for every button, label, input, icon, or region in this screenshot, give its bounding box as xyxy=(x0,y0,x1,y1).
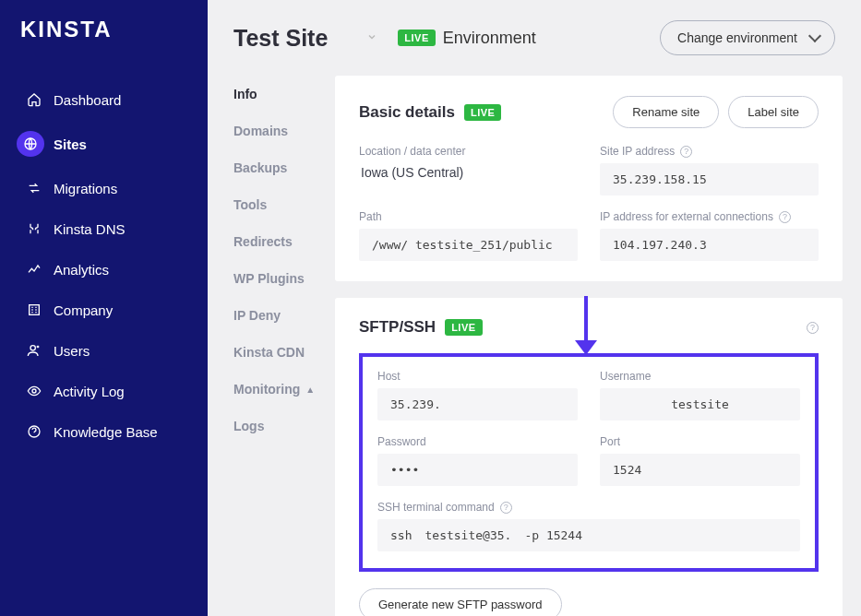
username-value: testsite xyxy=(600,388,800,421)
site-ip-label: Site IP address xyxy=(600,145,819,158)
subnav-kinsta-cdn[interactable]: Kinsta CDN xyxy=(233,334,335,371)
sftp-title: SFTP/SSH xyxy=(359,318,436,337)
external-ip-value: 104.197.240.3 xyxy=(600,229,819,261)
site-ip-value: 35.239.158.15 xyxy=(600,163,819,195)
analytics-icon xyxy=(20,260,48,278)
brand-logo: KINSTA xyxy=(0,17,208,79)
nav-analytics[interactable]: Analytics xyxy=(0,249,208,290)
subnav-domains[interactable]: Domains xyxy=(233,113,335,149)
users-icon xyxy=(20,341,48,360)
nav-label: Kinsta DNS xyxy=(54,221,126,237)
help-icon[interactable] xyxy=(680,146,692,158)
subnav-redirects[interactable]: Redirects xyxy=(233,223,335,260)
live-badge: LIVE xyxy=(445,319,482,336)
ssh-cmd-user-host: testsite@35. xyxy=(425,528,511,542)
subnav-backups[interactable]: Backups xyxy=(233,149,335,186)
change-environment-button[interactable]: Change environment xyxy=(660,20,835,55)
nav-label: Migrations xyxy=(54,181,117,196)
ssh-command-label: SSH terminal command xyxy=(377,501,800,514)
external-ip-label: IP address for external connections xyxy=(600,210,819,223)
subnav-monitoring-label: Monitoring xyxy=(233,382,300,397)
svg-point-2 xyxy=(30,346,35,350)
field-path: Path /www/ testsite_251/public xyxy=(359,210,578,261)
path-value: /www/ testsite_251/public xyxy=(359,229,578,261)
nav-company[interactable]: Company xyxy=(0,290,208,330)
site-title: Test Site xyxy=(233,25,328,52)
subnav-ip-deny[interactable]: IP Deny xyxy=(233,297,335,334)
nav-activity-log[interactable]: Activity Log xyxy=(0,371,208,411)
field-location: Location / data center Iowa (US Central) xyxy=(359,145,578,195)
nav-dashboard[interactable]: Dashboard xyxy=(0,79,208,120)
field-port: Port 1524 xyxy=(600,435,800,486)
chevron-down-icon[interactable] xyxy=(366,30,377,46)
eye-icon xyxy=(20,382,48,400)
main-area: Test Site LIVE Environment Change enviro… xyxy=(208,0,861,616)
main-nav: Dashboard Sites Migrations Kinsta DNS An xyxy=(0,79,208,452)
field-ssh-command: SSH terminal command ssh testsite@35. -p… xyxy=(377,501,800,551)
page-body: Info Domains Backups Tools Redirects WP … xyxy=(208,65,861,616)
environment-label: Environment xyxy=(443,29,536,48)
help-icon[interactable] xyxy=(779,211,791,223)
help-icon[interactable] xyxy=(807,322,819,334)
main-sidebar: KINSTA Dashboard Sites Migrations Kinsta… xyxy=(0,0,208,616)
host-label: Host xyxy=(377,370,578,383)
subnav-monitoring[interactable]: Monitoring ▲ xyxy=(233,371,335,408)
svg-rect-1 xyxy=(30,305,40,315)
nav-label: Company xyxy=(54,302,113,318)
nav-label: Analytics xyxy=(54,262,109,278)
password-label: Password xyxy=(377,435,578,448)
ssh-command-value: ssh testsite@35. -p 15244 xyxy=(377,519,800,551)
nav-label: Activity Log xyxy=(54,384,125,399)
help-icon xyxy=(20,422,48,441)
ssh-command-label-text: SSH terminal command xyxy=(377,501,495,514)
site-ip-label-text: Site IP address xyxy=(600,145,675,158)
external-ip-label-text: IP address for external connections xyxy=(600,210,773,223)
subnav-wp-plugins[interactable]: WP Plugins xyxy=(233,260,335,297)
sftp-highlight-box: Host 35.239. Username testsite Password … xyxy=(359,353,819,572)
migrations-icon xyxy=(20,179,48,197)
field-site-ip: Site IP address 35.239.158.15 xyxy=(600,145,819,195)
path-label: Path xyxy=(359,210,578,223)
basic-details-title: Basic details xyxy=(359,103,455,122)
password-value: •••• xyxy=(377,454,578,486)
port-value: 1524 xyxy=(600,454,800,486)
live-badge: LIVE xyxy=(464,104,501,121)
sftp-ssh-card: SFTP/SSH LIVE Host 35.239. Userna xyxy=(335,298,843,616)
nav-knowledge-base[interactable]: Knowledge Base xyxy=(0,411,208,452)
username-label: Username xyxy=(600,370,800,383)
generate-sftp-password-button[interactable]: Generate new SFTP password xyxy=(359,588,562,616)
company-icon xyxy=(20,301,48,319)
nav-label: Dashboard xyxy=(54,92,121,108)
content-column: Basic details LIVE Rename site Label sit… xyxy=(335,76,843,616)
field-username: Username testsite xyxy=(600,370,800,421)
help-icon[interactable] xyxy=(500,502,512,514)
dns-icon xyxy=(20,219,48,238)
page-header: Test Site LIVE Environment Change enviro… xyxy=(208,0,861,65)
basic-details-card: Basic details LIVE Rename site Label sit… xyxy=(335,76,843,281)
field-external-ip: IP address for external connections 104.… xyxy=(600,210,819,261)
field-password: Password •••• xyxy=(377,435,578,486)
subnav-info[interactable]: Info xyxy=(233,76,335,113)
label-site-button[interactable]: Label site xyxy=(728,96,819,128)
nav-users[interactable]: Users xyxy=(0,330,208,371)
ssh-cmd-port: -p 15244 xyxy=(524,528,582,542)
location-value: Iowa (US Central) xyxy=(359,165,578,180)
live-badge: LIVE xyxy=(398,30,435,46)
ssh-cmd-prefix: ssh xyxy=(390,528,412,542)
nav-migrations[interactable]: Migrations xyxy=(0,168,208,208)
nav-sites[interactable]: Sites xyxy=(0,120,208,168)
svg-point-3 xyxy=(32,389,36,393)
nav-label: Sites xyxy=(54,136,87,152)
nav-dns[interactable]: Kinsta DNS xyxy=(0,208,208,249)
host-value: 35.239. xyxy=(377,388,578,421)
rename-site-button[interactable]: Rename site xyxy=(613,96,719,128)
warning-icon: ▲ xyxy=(305,385,315,395)
subnav-logs[interactable]: Logs xyxy=(233,408,335,444)
annotation-arrow-icon xyxy=(575,296,597,361)
field-host: Host 35.239. xyxy=(377,370,578,421)
port-label: Port xyxy=(600,435,800,448)
site-subnav: Info Domains Backups Tools Redirects WP … xyxy=(233,76,335,616)
home-icon xyxy=(20,90,48,109)
nav-label: Users xyxy=(54,343,90,359)
subnav-tools[interactable]: Tools xyxy=(233,186,335,223)
